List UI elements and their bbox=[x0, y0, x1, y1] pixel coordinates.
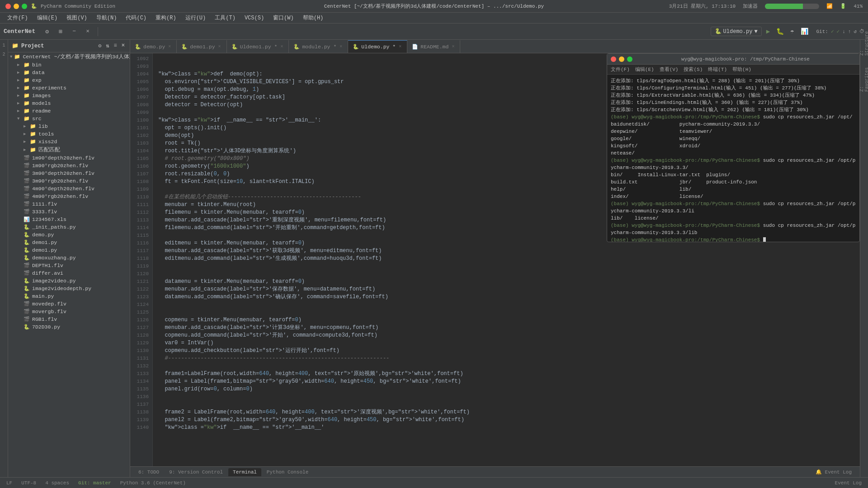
tab-demopy[interactable]: 🐍demo1.py× bbox=[177, 40, 226, 53]
tree-item[interactable]: 🎬RGB1.flv bbox=[8, 315, 130, 323]
tree-item[interactable]: ▶📁experiments bbox=[8, 84, 130, 92]
tree-item[interactable]: ▶📁models bbox=[8, 99, 130, 107]
terminal-menu-item[interactable]: 搜索(S) bbox=[684, 66, 703, 73]
tree-item[interactable]: 🎬1111.flv bbox=[8, 200, 130, 208]
tree-item[interactable]: ▼📁src bbox=[8, 115, 130, 122]
git-branch-status[interactable]: Git: master bbox=[75, 480, 114, 486]
tree-item[interactable]: ▶📁xiss2d bbox=[8, 138, 130, 145]
lf-status[interactable]: LF bbox=[4, 480, 15, 486]
git-revert-icon[interactable]: ↺ bbox=[854, 28, 857, 34]
run-config-selector[interactable]: 🐍 Uldemo.py ▼ bbox=[711, 27, 762, 36]
tab-demopy[interactable]: 🐍demo.py× bbox=[130, 40, 177, 53]
terminal-close-btn[interactable] bbox=[611, 56, 616, 62]
tree-item[interactable]: 🐍7D2D30.py bbox=[8, 323, 130, 331]
menu-item-v[interactable]: 视图(V) bbox=[63, 13, 91, 23]
event-log-tab[interactable]: 🔔 Event Log bbox=[811, 468, 856, 476]
structure-right-btn[interactable]: Z: Structure bbox=[861, 42, 868, 49]
coverage-btn[interactable]: ☂ bbox=[788, 27, 796, 36]
tab-close-btn[interactable]: × bbox=[451, 44, 455, 50]
bottom-tab-versioncontrol[interactable]: 9: Version Control bbox=[165, 468, 227, 476]
indent-status[interactable]: 4 spaces bbox=[42, 480, 72, 486]
terminal-minimize-btn[interactable] bbox=[619, 56, 624, 62]
bottom-tab-pythonconsole[interactable]: Python Console bbox=[262, 468, 313, 476]
tree-item[interactable]: 🐍demo.py bbox=[8, 231, 130, 239]
panel-settings-icon[interactable]: ⚙ bbox=[97, 42, 103, 50]
git-update-icon[interactable]: ↓ bbox=[842, 29, 845, 34]
menu-item-w[interactable]: 窗口(W) bbox=[269, 13, 297, 23]
git-check-icon[interactable]: ✓ bbox=[831, 28, 834, 34]
tree-item[interactable]: 🎬3333.flv bbox=[8, 208, 130, 216]
debug-btn[interactable]: 🐛 bbox=[774, 27, 786, 36]
tree-item[interactable]: 🐍demoxuzhang.py bbox=[8, 254, 130, 262]
event-log-btn[interactable]: Event Log bbox=[832, 480, 864, 486]
minimize-button[interactable] bbox=[14, 4, 19, 9]
run-btn[interactable]: ▶ bbox=[764, 27, 772, 36]
tree-item[interactable]: 🎬3m90°depth20zhen.flv bbox=[8, 169, 130, 177]
tab-close-btn[interactable]: × bbox=[217, 44, 222, 50]
tree-item[interactable]: ▶📁readme bbox=[8, 107, 130, 115]
tree-item[interactable]: 🎬4m90°depth20zhen.flv bbox=[8, 185, 130, 192]
tab-close-btn[interactable]: × bbox=[279, 44, 284, 50]
terminal-menu-item[interactable]: 终端(T) bbox=[708, 66, 727, 73]
menu-item-h[interactable]: 帮助(H) bbox=[299, 13, 327, 23]
terminal-body[interactable]: 正在添加: tlps/DragToOpen.html(输入 = 288) (输出… bbox=[607, 75, 859, 242]
tree-item[interactable]: 🎬1m90°depth20zhen.flv bbox=[8, 154, 130, 162]
structure-sidebar-btn[interactable]: 2 bbox=[0, 51, 8, 58]
close-button[interactable] bbox=[5, 4, 11, 9]
tree-item[interactable]: 🎬DEPTH1.flv bbox=[8, 262, 130, 269]
terminal-maximize-btn[interactable] bbox=[627, 56, 632, 62]
menu-item-u[interactable]: 运行(U) bbox=[182, 13, 210, 23]
tab-uldemopy[interactable]: 🐍Uldemo1.py *× bbox=[227, 40, 289, 53]
panel-collapse-icon[interactable]: ≡ bbox=[113, 42, 118, 50]
tree-item[interactable]: 🐍demo1.py bbox=[8, 239, 130, 246]
tab-modulepy[interactable]: 🐍module.py *× bbox=[289, 40, 348, 53]
python-version-status[interactable]: Python 3.6 (CenterNet) bbox=[118, 480, 189, 486]
tree-item[interactable]: 🎬3m90°rgb20zhen.flv bbox=[8, 177, 130, 185]
tree-item[interactable]: ▶📁data bbox=[8, 69, 130, 76]
toolbar-close-btn[interactable]: × bbox=[82, 26, 93, 37]
tab-close-btn[interactable]: × bbox=[339, 44, 343, 50]
profile-btn[interactable]: 📊 bbox=[799, 27, 810, 36]
tree-item[interactable]: 🎬4m90°rgb20zhen.flv bbox=[8, 192, 130, 200]
terminal-menu-item[interactable]: 帮助(H) bbox=[732, 66, 751, 73]
panel-close-icon[interactable]: × bbox=[120, 42, 126, 50]
maximize-button[interactable] bbox=[22, 4, 27, 9]
menu-item-t[interactable]: 工具(T) bbox=[211, 13, 239, 23]
bottom-tab-todo[interactable]: 6: TODO bbox=[134, 468, 164, 476]
menu-item-n[interactable]: 导航(N) bbox=[93, 13, 121, 23]
tree-item[interactable]: 🐍image2videodepth.py bbox=[8, 285, 130, 292]
terminal-menu-item[interactable]: 文件(F) bbox=[611, 66, 630, 73]
tab-uldemopy[interactable]: 🐍Uldemo.py *× bbox=[348, 40, 407, 53]
tree-item[interactable]: 🐍_init_paths.py bbox=[8, 223, 130, 231]
tree-item[interactable]: ▶📁lib bbox=[8, 122, 130, 130]
tree-root[interactable]: ▼ 📁 CenterNet ~/文档/基于视频序列的3d人体建模 bbox=[8, 52, 130, 61]
terminal-menu-item[interactable]: 查看(V) bbox=[660, 66, 679, 73]
menu-item-c[interactable]: 代码(C) bbox=[122, 13, 150, 23]
menu-item-r[interactable]: 重构(R) bbox=[152, 13, 180, 23]
menu-item-vcss[interactable]: VCS(S) bbox=[241, 14, 268, 22]
tree-item[interactable]: 🐍demo1.py bbox=[8, 246, 130, 254]
tree-item[interactable]: 🎬movergb.flv bbox=[8, 308, 130, 315]
tree-item[interactable]: 📊1234567.xls bbox=[8, 216, 130, 223]
tree-item[interactable]: ▶📁images bbox=[8, 92, 130, 99]
tree-item[interactable]: 🎬movedep.flv bbox=[8, 300, 130, 308]
toolbar-collapse-btn[interactable]: − bbox=[69, 26, 80, 37]
git-push-icon[interactable]: ↑ bbox=[848, 29, 851, 34]
toolbar-settings-btn[interactable]: ⚙ bbox=[42, 26, 52, 37]
tree-item[interactable]: ▶📁bin bbox=[8, 61, 130, 69]
tab-close-btn[interactable]: × bbox=[167, 44, 172, 50]
tree-item[interactable]: 🐍main.py bbox=[8, 292, 130, 300]
tree-item[interactable]: 🎬1m90°rgb20zhen.flv bbox=[8, 162, 130, 169]
terminal-menu-item[interactable]: 编辑(E) bbox=[635, 66, 654, 73]
toolbar-layout-btn[interactable]: ⊞ bbox=[55, 26, 66, 37]
panel-sort-icon[interactable]: ⇅ bbox=[104, 42, 110, 50]
encoding-status[interactable]: UTF-8 bbox=[19, 480, 39, 486]
favorites-btn[interactable]: Z: Favorites bbox=[861, 78, 868, 85]
tree-item[interactable]: ▶📁匹配匹配 bbox=[8, 145, 130, 154]
tree-item[interactable]: ▶📁exp bbox=[8, 76, 130, 84]
menu-item-e[interactable]: 编辑(E) bbox=[33, 13, 61, 23]
tree-item[interactable]: 🐍image2video.py bbox=[8, 277, 130, 285]
tab-readmemd[interactable]: 📄README.md× bbox=[407, 40, 460, 53]
tree-item[interactable]: ▶📁tools bbox=[8, 130, 130, 138]
git-check2-icon[interactable]: ✓ bbox=[837, 28, 840, 34]
